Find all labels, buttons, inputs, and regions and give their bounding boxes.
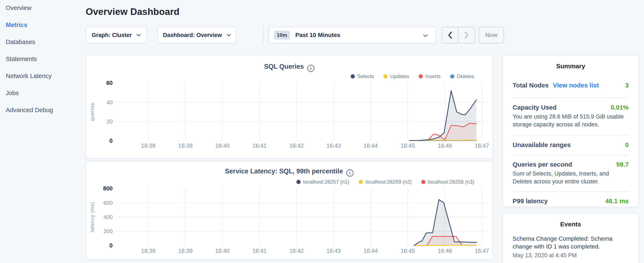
series-dot-icon [450,74,454,79]
svg-text:16:42: 16:42 [289,143,304,149]
summary-row-label: Unavailable ranges [512,141,571,149]
sidebar-item-metrics[interactable]: Metrics [6,22,85,28]
sidebar-item-advanced-debug[interactable]: Advanced Debug [6,107,85,113]
legend-label: Inserts [426,73,441,79]
svg-text:16:45: 16:45 [400,248,415,254]
svg-text:400: 400 [104,214,113,220]
graph-scope-label: Graph: Cluster [92,32,132,39]
svg-text:16:46: 16:46 [438,143,452,149]
svg-text:16:47: 16:47 [475,248,489,254]
sql-queries-chart-title-row: SQL Queriesi [86,63,492,72]
series-dot-icon [383,74,388,79]
series-dot-icon [419,74,423,79]
summary-row-label: Capacity Used [512,104,556,111]
svg-text:16:38: 16:38 [141,248,156,254]
event-timestamp: May 13, 2020 at 4:45 PM [512,252,629,259]
svg-text:16:40: 16:40 [216,248,230,254]
svg-text:16:43: 16:43 [326,248,341,254]
event-message[interactable]: Schema Change Completed: Schema change w… [512,235,629,250]
time-range-badge: 10m [274,31,290,40]
sidebar-item-statements[interactable]: Statements [6,56,85,62]
time-range-label: Past 10 Minutes [295,32,340,39]
graph-scope-dropdown[interactable]: Graph: Cluster [86,27,147,43]
legend-label: Updates [390,73,409,79]
summary-row-unavailable-ranges: Unavailable ranges 0 [512,135,629,155]
svg-text:queries: queries [89,103,95,121]
chevron-down-icon [227,34,231,36]
svg-text:latency (ms): latency (ms) [89,202,95,232]
overview-dashboard-page: { "sidebar": { "items": [ { "label": "Ov… [0,0,644,263]
dashboard-controls: Graph: Cluster Dashboard: Overview 10m P… [86,27,511,43]
sidebar-item-overview[interactable]: Overview [6,5,85,11]
time-step-back-button[interactable] [442,27,458,43]
sidebar-item-databases[interactable]: Databases [6,39,85,45]
svg-text:16:41: 16:41 [252,248,266,254]
chevron-left-icon [448,31,452,39]
summary-row-p99-latency: P99 latency 46.1 ms [512,192,629,211]
svg-text:16:41: 16:41 [252,143,266,149]
svg-text:0: 0 [110,138,113,144]
sql-queries-chart-card: SQL Queriesi Selects Updates Inserts Del… [86,55,493,158]
svg-text:16:46: 16:46 [438,248,452,254]
svg-text:16:40: 16:40 [216,143,230,149]
page-title: Overview Dashboard [86,7,493,17]
svg-text:16:38: 16:38 [141,143,156,149]
sql-queries-legend: Selects Updates Inserts Deletes [350,73,474,79]
sidebar-nav: Overview Metrics Databases Statements Ne… [0,0,85,263]
controls-divider [263,26,264,45]
service-latency-chart-plot[interactable]: 16:3816:3916:4016:4116:4216:4316:4416:45… [86,183,493,255]
svg-text:60: 60 [106,80,113,86]
chevron-right-icon [464,31,469,39]
events-panel: Events Schema Change Completed: Schema c… [502,213,639,263]
svg-text:0: 0 [110,242,113,249]
legend-label: Deletes [457,73,474,79]
summary-row-label: Queries per second [512,161,572,168]
svg-text:600: 600 [104,200,113,206]
service-latency-chart-card: Service Latency: SQL, 99th percentilei l… [86,161,493,259]
summary-row-total-nodes: Total Nodes View nodes list 3 [512,71,629,98]
service-latency-chart-title-row: Service Latency: SQL, 99th percentilei [86,167,492,177]
summary-row-label: P99 latency [512,197,548,205]
summary-title: Summary [512,63,629,71]
legend-item-deletes[interactable]: Deletes [450,73,474,79]
series-dot-icon [350,74,355,79]
dashboard-dropdown-label: Dashboard: Overview [163,32,222,39]
svg-text:16:44: 16:44 [364,248,378,254]
info-icon[interactable]: i [346,169,354,177]
svg-text:16:42: 16:42 [289,248,304,254]
svg-text:16:47: 16:47 [475,143,489,149]
info-icon[interactable]: i [307,65,314,72]
dashboard-dropdown[interactable]: Dashboard: Overview [158,27,236,43]
svg-text:16:39: 16:39 [178,143,192,149]
summary-row-description: Sum of Selects, Updates, Inserts, and De… [512,170,629,185]
main-content: Overview Dashboard Graph: Cluster Dashbo… [86,0,493,263]
summary-row-label: Total Nodes [512,82,548,89]
svg-text:40: 40 [106,99,113,106]
view-nodes-list-link[interactable]: View nodes list [553,82,599,89]
chevron-down-icon [423,34,428,37]
legend-item-inserts[interactable]: Inserts [419,73,441,79]
summary-row-queries-per-second: Queries per second 59.7 Sum of Selects, … [512,155,629,192]
svg-text:16:43: 16:43 [326,143,341,149]
sidebar-item-jobs[interactable]: Jobs [6,90,85,96]
legend-item-selects[interactable]: Selects [350,73,374,79]
summary-row-value: 59.7 [616,161,629,168]
summary-row-value: 3 [625,82,629,89]
summary-row-description: You are using 28.6 MiB of 515.9 GiB usab… [512,113,629,129]
summary-row-capacity-used: Capacity Used 0.01% You are using 28.6 M… [512,98,629,135]
svg-text:200: 200 [104,228,113,234]
svg-text:16:45: 16:45 [400,143,415,149]
sql-queries-chart-plot[interactable]: 16:3816:3916:4016:4116:4216:4316:4416:45… [86,79,493,151]
svg-text:800: 800 [103,185,113,192]
time-range-selector[interactable]: 10m Past 10 Minutes [268,27,436,43]
time-step-forward-button[interactable] [458,27,474,43]
sidebar-item-network-latency[interactable]: Network Latency [6,73,85,79]
time-step-buttons [442,27,475,43]
summary-panel: Summary Total Nodes View nodes list 3 Ca… [502,55,639,207]
legend-item-updates[interactable]: Updates [383,73,409,79]
now-button[interactable]: Now [479,27,504,43]
sql-queries-chart-title: SQL Queries [264,63,304,70]
legend-label: Selects [358,73,374,79]
summary-row-value: 0 [625,141,629,149]
service-latency-chart-title: Service Latency: SQL, 99th percentile [225,167,343,175]
